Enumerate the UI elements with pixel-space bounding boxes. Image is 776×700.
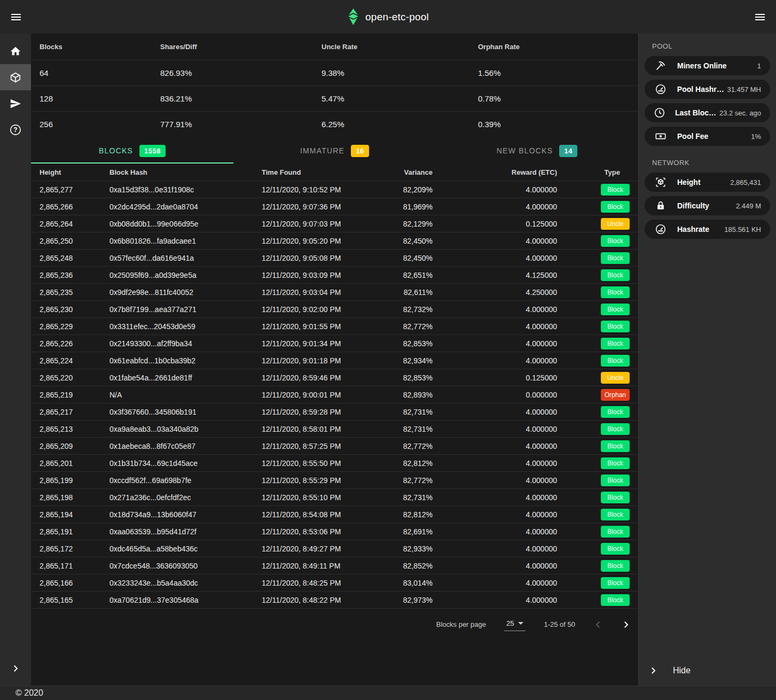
luck-blocks: 64 <box>40 68 160 77</box>
cell-variance: 82,772% <box>392 442 433 450</box>
cell-variance: 82,732% <box>392 305 433 314</box>
cell-block-hash[interactable]: 0xaa063539...b95d41d72f <box>109 527 262 536</box>
cell-block-hash[interactable]: 0x6b801826...fa9adcaee1 <box>109 237 262 245</box>
luck-shares: 836.21% <box>160 94 322 103</box>
cell-block-hash[interactable]: 0x3311efec...20453d0e59 <box>109 322 262 331</box>
cell-block-hash[interactable]: 0x57fec60f...da616e941a <box>109 254 262 262</box>
type-badge: Block <box>601 457 630 469</box>
table-row: 2,865,191 0xaa063539...b95d41d72f 12/11/… <box>31 523 638 540</box>
cell-time-found: 12/11/2020, 9:01:55 PM <box>262 322 392 331</box>
left-nav-rail: ? <box>0 34 31 686</box>
cell-block-hash[interactable]: 0x25095f69...a0d39e9e5a <box>109 271 262 279</box>
cell-block-hash[interactable]: 0x21493300...af2ff9ba34 <box>109 339 262 348</box>
nav-help-button[interactable]: ? <box>0 116 31 143</box>
dropdown-caret-icon <box>518 622 523 625</box>
cell-block-hash[interactable]: 0x3f367660...345806b191 <box>109 408 262 416</box>
cell-block-hash[interactable]: 0x9df2e98e...811fc40052 <box>109 288 262 297</box>
cell-block-hash[interactable]: N/A <box>109 391 262 399</box>
tab-immature[interactable]: IMMATURE 16 <box>233 138 436 164</box>
next-page-button[interactable] <box>621 620 631 629</box>
cell-block-hash[interactable]: 0xa9a8eab3...03a340a82b <box>109 425 262 433</box>
cell-block-hash[interactable]: 0x2dc4295d...2dae0a8704 <box>109 203 262 211</box>
speedometer-icon <box>654 223 668 235</box>
cell-time-found: 12/11/2020, 8:48:25 PM <box>262 579 392 587</box>
nav-blocks-button[interactable] <box>0 64 31 90</box>
stat-network-hashrate: Hashrate 185.561 KH <box>645 220 770 239</box>
brand: open-etc-pool <box>347 9 429 26</box>
cell-reward: 4.000000 <box>433 476 557 485</box>
cell-reward: 4.000000 <box>433 203 557 211</box>
cell-block-hash[interactable]: 0xdc465d5a...a58beb436c <box>109 545 262 553</box>
cell-reward: 4.125000 <box>433 271 557 279</box>
main-content: Blocks Shares/Diff Uncle Rate Orphan Rat… <box>31 34 638 686</box>
send-icon <box>10 98 21 110</box>
cell-block-hash[interactable]: 0x1b31b734...69c1d45ace <box>109 459 262 468</box>
table-row: 2,865,250 0x6b801826...fa9adcaee1 12/11/… <box>31 232 638 249</box>
cell-block-hash[interactable]: 0xa15d3f38...0e31f1908c <box>109 185 262 194</box>
cell-variance: 82,772% <box>392 476 433 485</box>
table-row: 2,865,264 0xb08dd0b1...99e066d95e 12/11/… <box>31 215 638 232</box>
blocks-table-body: 2,865,277 0xa15d3f38...0e31f1908c 12/11/… <box>31 181 638 608</box>
stat-value: 2,865,431 <box>730 178 761 186</box>
cell-height: 2,865,229 <box>40 322 109 331</box>
sidebar-hide-button[interactable]: Hide <box>639 656 776 686</box>
cell-variance: 82,973% <box>392 596 433 604</box>
cell-block-hash[interactable]: 0x1aebeca8...8f67c05e87 <box>109 442 262 450</box>
cell-reward: 4.000000 <box>433 408 557 416</box>
etc-logo-icon <box>347 9 359 26</box>
tab-badge: 14 <box>559 145 577 157</box>
stat-pool-fee: Pool Fee 1% <box>645 127 770 146</box>
nav-payments-button[interactable] <box>0 90 31 116</box>
cell-block-hash[interactable]: 0x3233243e...b5a4aa30dc <box>109 579 262 587</box>
table-row: 2,865,219 N/A 12/11/2020, 9:00:01 PM 82,… <box>31 386 638 403</box>
cell-block-hash[interactable]: 0x61eabfcd...1b0cba39b2 <box>109 356 262 365</box>
type-badge: Block <box>601 509 630 520</box>
type-badge: Block <box>601 475 630 486</box>
rail-expand-button[interactable] <box>0 655 31 681</box>
blocks-tabs: BLOCKS 1558 IMMATURE 16 NEW BLOCKS 14 <box>31 138 638 164</box>
prev-page-button[interactable] <box>593 620 603 629</box>
app-title: open-etc-pool <box>365 11 429 23</box>
cell-reward: 4.000000 <box>433 527 557 536</box>
table-row: 2,865,194 0x18d734a9...13b6060f47 12/11/… <box>31 505 638 523</box>
left-menu-button[interactable] <box>1 0 31 34</box>
svg-text:?: ? <box>13 126 17 134</box>
stat-label: Difficulty <box>677 201 709 210</box>
right-menu-button[interactable] <box>745 0 775 34</box>
pool-section-title: POOL <box>652 42 776 50</box>
table-row: 2,865,224 0x61eabfcd...1b0cba39b2 12/11/… <box>31 352 638 369</box>
nav-home-button[interactable] <box>0 38 31 64</box>
cell-time-found: 12/11/2020, 8:54:08 PM <box>262 510 392 519</box>
cell-block-hash[interactable]: 0x7b8f7199...aea377a271 <box>109 305 262 314</box>
cell-block-hash[interactable]: 0x271a236c...0efcfdf2ec <box>109 493 262 502</box>
cell-block-hash[interactable]: 0x18d734a9...13b6060f47 <box>109 510 262 519</box>
speedometer-icon <box>654 83 668 95</box>
type-badge: Block <box>601 269 630 281</box>
cell-block-hash[interactable]: 0xb08dd0b1...99e066d95e <box>109 220 262 228</box>
cell-time-found: 12/11/2020, 9:02:00 PM <box>262 305 392 314</box>
cell-height: 2,865,235 <box>40 288 109 297</box>
tab-blocks[interactable]: BLOCKS 1558 <box>31 138 233 164</box>
cell-time-found: 12/11/2020, 8:59:46 PM <box>262 374 392 382</box>
cell-time-found: 12/11/2020, 8:49:11 PM <box>262 562 392 570</box>
hamburger-icon <box>11 14 21 20</box>
type-badge: Block <box>601 526 630 538</box>
type-badge: Block <box>601 286 630 298</box>
cell-time-found: 12/11/2020, 8:57:25 PM <box>262 442 392 450</box>
cell-block-hash[interactable]: 0xccdf562f...69a698b7fe <box>109 476 262 485</box>
type-badge: Block <box>601 201 630 213</box>
cell-block-hash[interactable]: 0x7cdce548...3636093050 <box>109 562 262 570</box>
cell-time-found: 12/11/2020, 8:48:22 PM <box>262 596 392 604</box>
stat-label: Hashrate <box>677 225 709 234</box>
cell-reward: 4.000000 <box>433 442 557 450</box>
tab-new-blocks[interactable]: NEW BLOCKS 14 <box>436 138 638 164</box>
page-size-select[interactable]: 25 <box>504 618 526 631</box>
cell-variance: 82,731% <box>392 493 433 502</box>
app-root: open-etc-pool <box>0 0 776 700</box>
cell-height: 2,865,219 <box>40 391 109 399</box>
cell-block-hash[interactable]: 0xa70621d9...37e305468a <box>109 596 262 604</box>
cell-reward: 4.000000 <box>433 356 557 365</box>
stat-value: 2.449 M <box>736 202 761 210</box>
stat-label: Pool Fee <box>677 132 708 141</box>
cell-block-hash[interactable]: 0x1fabe54a...2661de81ff <box>109 374 262 382</box>
